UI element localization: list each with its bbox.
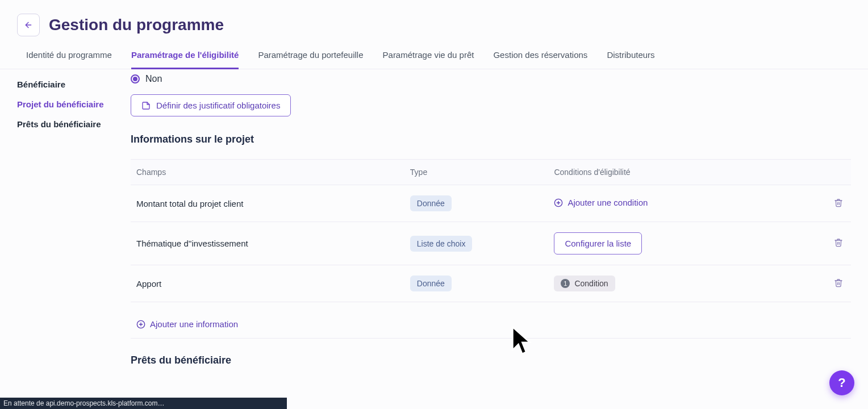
plus-circle-icon [554,198,563,207]
sidebar-item-beneficiary[interactable]: Bénéficiaire [17,80,108,89]
sidebar: Bénéficiaire Projet du bénéficiaire Prêt… [0,69,114,394]
sidebar-item-loans[interactable]: Prêts du bénéficiaire [17,119,108,129]
radio-option-non[interactable]: Non [131,74,851,84]
condition-badge[interactable]: 1 Condition [554,276,615,291]
tab-eligibility[interactable]: Paramétrage de l'éligibilité [131,42,239,69]
cell-champs: Apport [131,265,404,302]
cell-actions [800,185,851,222]
th-actions [800,160,851,185]
tab-identity[interactable]: Identité du programme [26,42,112,69]
th-champs: Champs [131,160,404,185]
add-info-row: Ajouter une information [131,302,851,339]
status-bar: En attente de api.demo-prospects.kls-pla… [0,398,287,409]
plus-circle-icon [136,320,145,329]
tab-reservations[interactable]: Gestion des réservations [493,42,587,69]
page-title: Gestion du programme [49,16,224,34]
trash-icon [834,238,843,247]
cell-champs: Thématique d''investissement [131,222,404,265]
radio-icon [131,74,140,84]
type-pill: Donnée [410,276,452,291]
add-condition-button[interactable]: Ajouter une condition [554,198,648,207]
cell-conditions: 1 Condition [548,265,800,302]
sidebar-item-project[interactable]: Projet du bénéficiaire [17,99,108,109]
back-button[interactable] [17,14,40,36]
cell-type: Donnée [404,265,549,302]
table-row: Apport Donnée 1 Condition [131,265,851,302]
table-row: Thématique d''investissement Liste de ch… [131,222,851,265]
define-docs-button[interactable]: Définir des justificatif obligatoires [131,94,291,116]
th-type: Type [404,160,549,185]
th-conditions: Conditions d'éligibilité [548,160,800,185]
delete-row-button[interactable] [832,276,845,291]
tab-distributors[interactable]: Distributeurs [607,42,654,69]
cell-champs: Montant total du projet client [131,185,404,222]
help-button[interactable]: ? [829,370,854,395]
cell-actions [800,265,851,302]
condition-label: Condition [574,279,608,288]
delete-row-button[interactable] [832,236,845,251]
cell-type: Liste de choix [404,222,549,265]
type-pill: Donnée [410,195,452,211]
tab-loan-life[interactable]: Paramétrage vie du prêt [383,42,474,69]
page-header: Gestion du programme [0,0,868,42]
cell-type: Donnée [404,185,549,222]
delete-row-button[interactable] [832,196,845,211]
configure-list-button[interactable]: Configurer la liste [554,232,642,254]
tab-portfolio[interactable]: Paramétrage du portefeuille [258,42,363,69]
radio-label: Non [145,74,162,84]
trash-icon [834,198,843,207]
add-condition-label: Ajouter une condition [567,198,648,207]
section-title-project-info: Informations sur le projet [131,133,851,145]
add-info-label: Ajouter une information [150,319,238,329]
content: Non Définir des justificatif obligatoire… [114,69,868,394]
type-pill: Liste de choix [410,236,473,252]
cell-conditions: Ajouter une condition [548,185,800,222]
define-docs-label: Définir des justificatif obligatoires [156,101,280,110]
condition-count: 1 [561,279,570,288]
cell-actions [800,222,851,265]
trash-icon [834,278,843,287]
cell-conditions: Configurer la liste [548,222,800,265]
note-icon [141,101,151,110]
add-info-button[interactable]: Ajouter une information [136,319,238,329]
main-layout: Bénéficiaire Projet du bénéficiaire Prêt… [0,69,868,394]
arrow-left-icon [24,20,33,30]
table-row: Montant total du projet client Donnée Aj… [131,185,851,222]
section-title-loans: Prêts du bénéficiaire [131,354,851,366]
tabs: Identité du programme Paramétrage de l'é… [0,42,868,69]
project-info-table: Champs Type Conditions d'éligibilité Mon… [131,159,851,302]
